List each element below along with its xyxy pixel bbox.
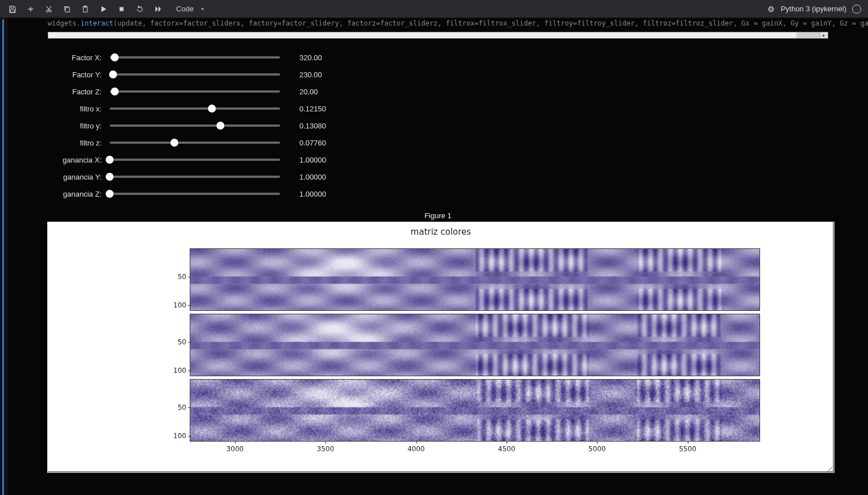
slider-label: ganancia Z: (48, 190, 102, 198)
kernel-busy-icon: ⚙ (767, 5, 775, 14)
slider-value: 320.00 (288, 53, 333, 62)
slider-thumb[interactable] (106, 190, 114, 198)
slider-row: filtro z:0.07760 (48, 134, 868, 151)
slider-thumb[interactable] (216, 122, 224, 130)
slider-value: 230.00 (288, 70, 333, 79)
slider[interactable] (110, 142, 280, 144)
slider[interactable] (110, 159, 280, 161)
notebook-main: widgets.interact(update, factorx=factor_… (0, 18, 868, 495)
kernel-status: ⚙ Python 3 (ipykernel) (767, 5, 863, 14)
horizontal-scrollbar[interactable]: ◂ ▸ (48, 32, 828, 39)
slider-row: ganancia X:1.00000 (48, 151, 868, 168)
slider-thumb[interactable] (111, 53, 119, 61)
slider-value: 0.13080 (288, 122, 333, 130)
cell-gutter (0, 18, 8, 495)
svg-rect-6 (120, 7, 124, 11)
scroll-right-icon[interactable]: ▸ (820, 32, 828, 38)
figure-label: Figure 1 (8, 211, 868, 220)
subplot-2 (190, 314, 760, 376)
svg-point-1 (47, 10, 49, 12)
figure: matriz colores 501005010050100 300035004… (48, 222, 834, 472)
notebook-toolbar: Code ▾ ⚙ Python 3 (ipykernel) (0, 0, 868, 18)
x-tick: 4500 (498, 445, 515, 453)
slider[interactable] (110, 124, 280, 127)
y-tick: 50 (167, 338, 186, 346)
figure-title: matriz colores (48, 227, 834, 237)
slider-value: 1.00000 (288, 190, 333, 198)
slider-thumb[interactable] (106, 156, 114, 164)
slider[interactable] (110, 90, 280, 93)
slider-row: Factor Y:230.00 (48, 66, 868, 83)
slider[interactable] (110, 73, 280, 76)
kernel-name[interactable]: Python 3 (ipykernel) (781, 5, 846, 13)
slider-label: Factor X: (48, 53, 102, 62)
slider-label: filtro x: (48, 105, 102, 113)
x-tick: 5500 (679, 445, 696, 453)
slider-row: Factor Z:20.00 (48, 83, 868, 100)
cell-type-select[interactable]: Code ▾ (172, 3, 206, 14)
code-fn: interact (81, 19, 114, 27)
slider[interactable] (110, 107, 280, 110)
slider-row: ganancia Z:1.00000 (48, 185, 868, 202)
svg-rect-3 (65, 7, 69, 12)
svg-point-2 (49, 10, 52, 12)
y-tick: 50 (167, 404, 186, 411)
slider-row: Factor X:320.00 (48, 49, 868, 66)
heatmap-canvas-1 (190, 249, 760, 310)
x-tick: 5000 (589, 445, 606, 453)
slider-label: filtro z: (48, 139, 102, 147)
slider-value: 1.00000 (288, 156, 333, 164)
paste-button[interactable] (77, 2, 93, 16)
x-tick: 3500 (317, 445, 335, 453)
slider[interactable] (110, 193, 280, 195)
slider-label: filtro y: (48, 122, 102, 130)
cell-type-label: Code (172, 3, 206, 14)
cell-output: widgets.interact(update, factorx=factor_… (8, 18, 868, 495)
heatmap-canvas-2 (190, 314, 760, 376)
cut-button[interactable] (41, 2, 57, 16)
slider-thumb[interactable] (170, 139, 178, 147)
slider-row: ganancia Y:1.00000 (48, 168, 868, 185)
slider-row: filtro x:0.12150 (48, 100, 868, 117)
stop-button[interactable] (114, 2, 130, 16)
code-line[interactable]: widgets.interact(update, factorx=factor_… (8, 18, 868, 32)
slider-thumb[interactable] (111, 88, 119, 95)
save-button[interactable] (5, 2, 20, 16)
insert-cell-button[interactable] (23, 2, 39, 16)
slider[interactable] (110, 176, 280, 178)
y-tick: 50 (167, 273, 186, 281)
active-cell-bar (2, 19, 4, 495)
slider-row: filtro y:0.13080 (48, 117, 868, 134)
x-tick: 4000 (407, 445, 425, 453)
y-tick: 100 (167, 301, 186, 309)
slider-value: 0.12150 (288, 105, 333, 113)
slider-label: ganancia Y: (48, 173, 102, 181)
y-tick: 100 (167, 367, 186, 375)
slider-thumb[interactable] (106, 173, 114, 181)
slider-value: 1.00000 (288, 173, 333, 181)
slider-thumb[interactable] (109, 70, 117, 78)
y-tick: 100 (167, 432, 186, 440)
copy-button[interactable] (59, 2, 75, 16)
resize-handle-icon[interactable] (826, 464, 833, 471)
heatmap-canvas-3 (190, 380, 760, 441)
slider-thumb[interactable] (208, 105, 216, 113)
slider-label: Factor Y: (48, 70, 102, 79)
code-rest: (update, factorx=factor_sliderx, factory… (114, 19, 868, 27)
kernel-indicator-icon[interactable] (852, 5, 861, 14)
subplot-3 (190, 379, 760, 442)
x-tick: 3000 (226, 445, 244, 453)
svg-rect-0 (11, 9, 15, 11)
restart-button[interactable] (132, 2, 148, 16)
slider-value: 0.07760 (288, 139, 333, 147)
widget-area: Factor X:320.00Factor Y:230.00Factor Z:2… (8, 39, 868, 208)
slider-label: Factor Z: (48, 88, 102, 96)
slider-value: 20.00 (288, 88, 333, 96)
code-prefix: widgets. (48, 19, 81, 27)
restart-run-all-button[interactable] (150, 2, 166, 16)
subplot-1 (190, 248, 760, 311)
run-button[interactable] (95, 2, 111, 16)
slider-label: ganancia X: (48, 156, 102, 164)
scroll-thumb[interactable] (48, 32, 796, 38)
slider[interactable] (110, 56, 280, 59)
